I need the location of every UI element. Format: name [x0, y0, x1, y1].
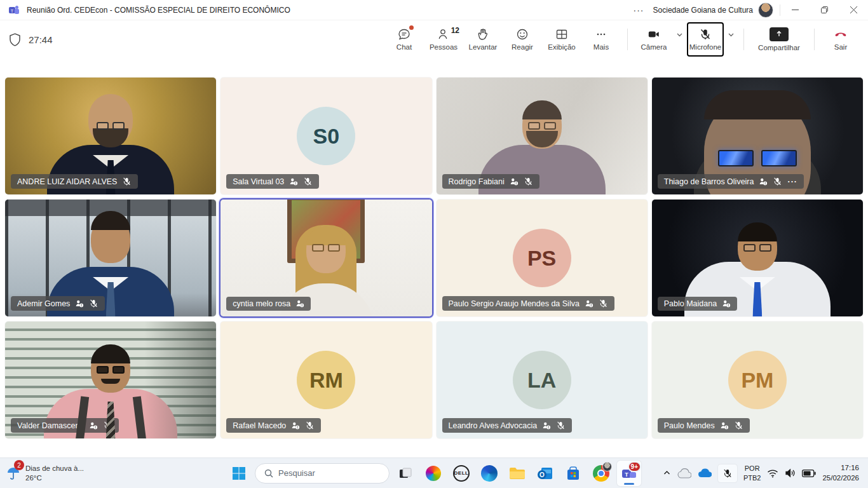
- attendee-status-icon: [75, 299, 84, 308]
- leave-label: Sair: [834, 43, 847, 51]
- participant-initials-avatar: RM: [297, 351, 355, 409]
- participant-tile[interactable]: Thiago de Barros Oliveira···: [652, 78, 863, 194]
- people-button[interactable]: 12 Pessoas: [425, 22, 462, 57]
- more-button[interactable]: Mais: [583, 22, 620, 57]
- toolbar-divider-2: [743, 29, 744, 50]
- weather-cloud-icon[interactable]: [677, 468, 691, 478]
- participant-initials-avatar: PM: [728, 351, 787, 409]
- attendee-status-icon: [289, 177, 298, 186]
- onedrive-icon[interactable]: [698, 468, 712, 478]
- meeting-toolbar: 27:44 Chat 12 Pessoas Levantar Reagir Ex…: [0, 20, 868, 58]
- tile-more-icon[interactable]: ···: [787, 177, 797, 186]
- account-name[interactable]: Sociedade Goiana de Cultura: [653, 6, 753, 15]
- attendee-status-icon: [295, 299, 304, 308]
- attendee-status-icon: [720, 421, 729, 430]
- participant-tile[interactable]: PSPaulo Sergio Araujo Mendes da Silva: [437, 200, 648, 316]
- participant-tile[interactable]: Ademir Gomes: [5, 200, 216, 316]
- tray-time: 17:16: [822, 463, 859, 473]
- participant-initials-avatar: PS: [513, 229, 571, 287]
- attendee-status-icon: [542, 421, 551, 430]
- start-button[interactable]: [227, 461, 251, 486]
- participant-nameplate: Pablo Maidana: [658, 297, 737, 311]
- participant-name: ANDRE LUIZ AIDAR ALVES: [17, 177, 117, 186]
- view-button[interactable]: Exibição: [543, 22, 580, 57]
- participant-name: Valder Damasceno: [17, 421, 84, 430]
- attendee-status-icon: [722, 299, 731, 308]
- participant-name: Thiago de Barros Oliveira: [664, 177, 754, 186]
- clock[interactable]: 17:16 25/02/2026: [822, 463, 862, 483]
- participant-nameplate: Thiago de Barros Oliveira···: [658, 174, 804, 189]
- people-count: 12: [451, 26, 459, 35]
- svg-text:O: O: [539, 471, 545, 478]
- file-explorer-icon[interactable]: [505, 461, 529, 486]
- titlebar-more-icon[interactable]: ···: [625, 5, 653, 15]
- battery-icon[interactable]: [802, 470, 816, 477]
- raise-hand-label: Levantar: [469, 43, 498, 51]
- language-indicator[interactable]: POR PTB2: [743, 464, 761, 482]
- camera-chevron-icon[interactable]: [675, 31, 684, 38]
- outlook-icon[interactable]: O: [533, 461, 557, 486]
- participant-tile[interactable]: S0Sala Virtual 03: [220, 78, 431, 194]
- participant-tile[interactable]: cyntia melo rosa: [220, 200, 431, 316]
- participant-initials-avatar: S0: [297, 107, 355, 165]
- restore-button[interactable]: [810, 0, 839, 20]
- view-label: Exibição: [548, 43, 575, 51]
- mic-muted-icon: [524, 177, 533, 186]
- participant-tile[interactable]: Valder Damasceno: [5, 322, 216, 438]
- weather-title: Dias de chuva à...: [25, 464, 84, 473]
- participant-tile[interactable]: PMPaulo Mendes: [652, 322, 863, 438]
- task-view-button[interactable]: [393, 461, 417, 486]
- microsoft-store-icon[interactable]: [561, 461, 585, 486]
- weather-badge: 2: [14, 460, 24, 470]
- microphone-chevron-icon[interactable]: [726, 31, 736, 38]
- microphone-button[interactable]: Microfone: [687, 22, 724, 57]
- participant-tile[interactable]: Rodrigo Fabiani: [437, 78, 648, 194]
- raise-hand-button[interactable]: Levantar: [465, 22, 501, 57]
- copilot-icon[interactable]: [421, 461, 445, 486]
- teams-app-icon: T: [8, 4, 20, 17]
- teams-badge: 9+: [628, 461, 641, 472]
- close-button[interactable]: [839, 0, 868, 20]
- participant-name: Rodrigo Fabiani: [449, 177, 505, 186]
- participant-nameplate: Valder Damasceno: [11, 418, 119, 433]
- participant-name: Ademir Gomes: [17, 299, 70, 308]
- tray-chevron-up-icon[interactable]: [663, 469, 671, 477]
- volume-icon[interactable]: [785, 468, 796, 478]
- edge-icon[interactable]: [477, 461, 501, 486]
- tray-mic-muted-icon[interactable]: [718, 464, 737, 482]
- teams-taskbar-icon[interactable]: T 9+: [617, 461, 641, 486]
- toolbar-divider: [627, 29, 628, 50]
- react-button[interactable]: Reagir: [504, 22, 541, 57]
- camera-button[interactable]: Câmera: [635, 22, 672, 57]
- attendee-status-icon: [510, 177, 519, 186]
- participant-tile[interactable]: ANDRE LUIZ AIDAR ALVES: [5, 78, 216, 194]
- participant-tile[interactable]: Pablo Maidana: [652, 200, 863, 316]
- participant-nameplate: Ademir Gomes: [11, 296, 105, 311]
- mic-muted-icon: [305, 421, 315, 430]
- participant-nameplate: ANDRE LUIZ AIDAR ALVES: [11, 174, 138, 189]
- mic-muted-icon: [734, 421, 743, 430]
- mic-muted-icon: [556, 421, 566, 430]
- participant-tile[interactable]: LALeandro Alves Advocacia: [437, 322, 648, 438]
- react-label: Reagir: [512, 43, 533, 51]
- minimize-button[interactable]: [780, 0, 810, 20]
- mic-muted-icon: [303, 177, 313, 186]
- more-label: Mais: [593, 43, 609, 51]
- search-placeholder: Pesquisar: [278, 468, 315, 478]
- mic-muted-icon: [773, 177, 782, 186]
- mic-muted-icon: [122, 177, 132, 186]
- weather-widget[interactable]: 2 Dias de chuva à... 26°C: [6, 464, 140, 482]
- share-button[interactable]: Compartilhar: [752, 22, 806, 57]
- attendee-status-icon: [585, 299, 593, 308]
- dell-icon[interactable]: DELL: [449, 461, 473, 486]
- participant-nameplate: Sala Virtual 03: [226, 174, 319, 189]
- chrome-icon[interactable]: [589, 461, 613, 486]
- participant-tile[interactable]: RMRafael Macedo: [220, 322, 431, 438]
- microphone-label: Microfone: [689, 43, 722, 51]
- camera-label: Câmera: [641, 43, 667, 51]
- wifi-icon[interactable]: [767, 469, 778, 478]
- leave-button[interactable]: Sair: [822, 22, 859, 57]
- account-avatar[interactable]: [758, 3, 773, 18]
- chat-button[interactable]: Chat: [386, 22, 423, 57]
- taskbar-search[interactable]: Pesquisar: [255, 463, 390, 484]
